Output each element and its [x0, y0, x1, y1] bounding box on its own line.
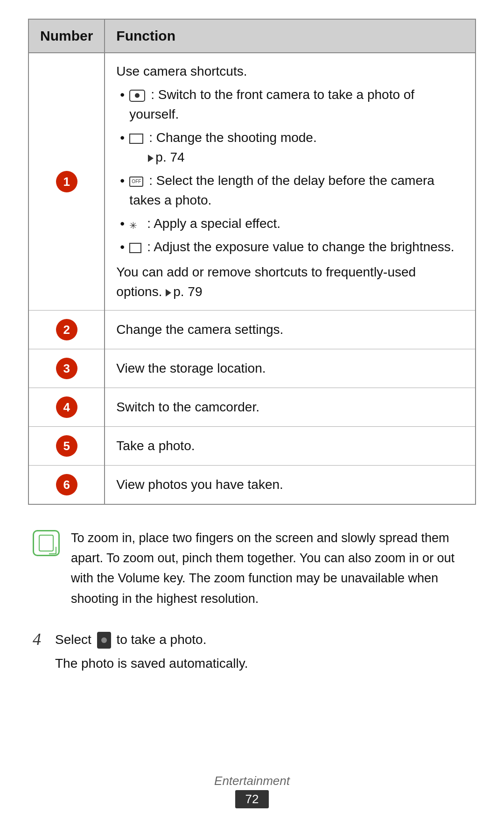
col-number-header: Number	[29, 20, 105, 53]
step-number: 4	[33, 629, 48, 649]
number-cell: 4	[29, 388, 105, 427]
number-cell: 1	[29, 53, 105, 311]
number-badge-6: 6	[56, 474, 77, 495]
arrow-icon	[148, 155, 154, 162]
shortcut-list: : Switch to the front camera to take a p…	[116, 85, 464, 257]
shortcut-item-effect: ✳ : Apply a special effect.	[116, 214, 464, 233]
note-box: To zoom in, place two fingers on the scr…	[28, 528, 476, 609]
camera-button-icon	[97, 632, 111, 649]
table-row: 1 Use camera shortcuts. : Switch to the …	[29, 53, 475, 311]
footer-page-number: 72	[235, 790, 269, 808]
number-badge-5: 5	[56, 435, 77, 457]
note-icon-inner	[39, 535, 54, 551]
shortcut-item-exposure: : Adjust the exposure value to change th…	[116, 237, 464, 257]
number-badge-2: 2	[56, 319, 77, 340]
table-row: 2 Change the camera settings.	[29, 311, 475, 349]
footer-label: Entertainment	[0, 774, 504, 788]
shortcuts-footer-text: You can add or remove shortcuts to frequ…	[116, 262, 464, 302]
col-function-header: Function	[105, 20, 475, 53]
function-cell-1: Use camera shortcuts. : Switch to the fr…	[105, 53, 475, 311]
function-cell-2: Change the camera settings.	[105, 311, 475, 349]
number-cell: 2	[29, 311, 105, 349]
effect-icon: ✳	[129, 219, 141, 231]
shortcut-item-timer: OFF : Select the length of the delay bef…	[116, 171, 464, 210]
step-4-section: 4 Select to take a photo. The photo is s…	[28, 629, 476, 677]
exposure-icon	[129, 243, 141, 253]
shooting-mode-icon	[129, 134, 143, 144]
number-badge-3: 3	[56, 358, 77, 379]
function-title: Use camera shortcuts.	[116, 62, 464, 81]
function-cell-3: View the storage location.	[105, 349, 475, 388]
table-row: 4 Switch to the camcorder.	[29, 388, 475, 427]
note-icon	[33, 530, 60, 556]
note-text: To zoom in, place two fingers on the scr…	[71, 528, 471, 609]
step-content: Select to take a photo. The photo is sav…	[55, 629, 248, 677]
function-cell-5: Take a photo.	[105, 427, 475, 466]
number-cell: 5	[29, 427, 105, 466]
function-cell-6: View photos you have taken.	[105, 466, 475, 504]
camera-front-icon	[129, 90, 145, 102]
page-footer: Entertainment 72	[0, 774, 504, 808]
shortcut-item-camera-front: : Switch to the front camera to take a p…	[116, 85, 464, 124]
number-badge-1: 1	[56, 171, 77, 192]
function-table: Number Function 1 Use camera shortcuts. …	[28, 19, 476, 505]
table-row: 5 Take a photo.	[29, 427, 475, 466]
step-line-2: The photo is saved automatically.	[55, 653, 248, 674]
shortcut-item-shooting-mode: : Change the shooting mode. p. 74	[116, 128, 464, 167]
timer-icon: OFF	[129, 177, 143, 187]
function-cell-4: Switch to the camcorder.	[105, 388, 475, 427]
arrow-icon-2	[166, 289, 171, 297]
step-line-1: Select to take a photo.	[55, 629, 248, 650]
table-row: 3 View the storage location.	[29, 349, 475, 388]
number-cell: 3	[29, 349, 105, 388]
number-cell: 6	[29, 466, 105, 504]
table-row: 6 View photos you have taken.	[29, 466, 475, 504]
number-badge-4: 4	[56, 396, 77, 418]
